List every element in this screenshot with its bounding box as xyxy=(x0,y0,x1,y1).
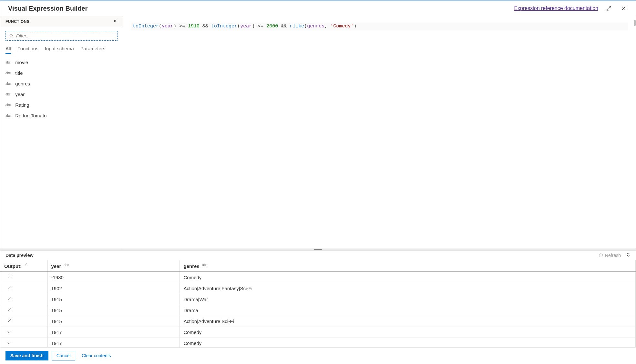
output-cell xyxy=(0,316,47,327)
genres-cell: Comedy xyxy=(180,272,636,283)
table-row: -1980Comedy xyxy=(0,272,636,283)
tab-parameters[interactable]: Parameters xyxy=(80,44,106,54)
x-icon xyxy=(7,297,12,302)
x-icon xyxy=(7,308,12,313)
function-item-label: Rating xyxy=(15,102,29,108)
year-cell: 1915 xyxy=(47,316,180,327)
function-item-label: Rotton Tomato xyxy=(15,113,46,118)
data-preview-panel: Data preview Refresh Output: xyxy=(0,251,636,347)
function-item-label: year xyxy=(15,92,25,97)
close-icon[interactable] xyxy=(620,4,628,13)
output-cell xyxy=(0,338,47,348)
clear-output-icon[interactable] xyxy=(23,263,27,269)
data-preview-title: Data preview xyxy=(5,253,33,258)
year-cell: -1980 xyxy=(47,272,180,283)
cancel-button[interactable]: Cancel xyxy=(52,351,76,360)
functions-tabs: AllFunctionsInput schemaParameters xyxy=(0,44,123,54)
col-genres[interactable]: genres abc xyxy=(180,260,636,272)
type-badge: abc xyxy=(5,103,11,107)
genres-cell: Action|Adventure|Sci-Fi xyxy=(180,316,636,327)
tab-functions[interactable]: Functions xyxy=(17,44,38,54)
collapse-panel-icon[interactable] xyxy=(113,19,118,24)
dialog-title: Visual Expression Builder xyxy=(8,5,87,12)
genres-cell: Drama|War xyxy=(180,294,636,305)
svg-point-0 xyxy=(10,34,12,37)
function-item-label: title xyxy=(15,70,23,76)
type-badge: abc xyxy=(5,93,11,96)
function-item[interactable]: abctitle xyxy=(0,68,123,78)
output-cell xyxy=(0,272,47,283)
function-item[interactable]: abcyear xyxy=(0,89,123,100)
x-icon xyxy=(7,275,12,280)
search-icon xyxy=(9,34,14,38)
function-item[interactable]: abcgenres xyxy=(0,78,123,89)
output-cell xyxy=(0,327,47,338)
filter-box[interactable] xyxy=(5,31,118,41)
table-row: 1917Comedy xyxy=(0,327,636,338)
col-output[interactable]: Output: xyxy=(0,260,47,272)
collapse-preview-icon[interactable] xyxy=(626,252,631,258)
refresh-icon xyxy=(599,253,603,258)
documentation-link[interactable]: Expression reference documentation xyxy=(514,5,598,11)
type-badge: abc xyxy=(5,71,11,75)
genres-cell: Drama xyxy=(180,305,636,316)
save-button[interactable]: Save and finish xyxy=(5,351,48,360)
function-item-label: movie xyxy=(15,60,28,65)
functions-panel-title: FUNCTIONS xyxy=(5,19,30,24)
function-item[interactable]: abcRating xyxy=(0,100,123,110)
genres-cell: Comedy xyxy=(180,338,636,348)
table-row: 1915Drama xyxy=(0,305,636,316)
dialog-header: Visual Expression Builder Expression ref… xyxy=(0,1,636,16)
year-cell: 1915 xyxy=(47,294,180,305)
refresh-button[interactable]: Refresh xyxy=(599,253,621,258)
function-item[interactable]: abcmovie xyxy=(0,57,123,68)
output-cell xyxy=(0,283,47,294)
check-icon xyxy=(7,341,12,346)
clear-contents-link[interactable]: Clear contents xyxy=(82,353,111,358)
x-icon xyxy=(7,286,12,291)
table-row: 1902Action|Adventure|Fantasy|Sci-Fi xyxy=(0,283,636,294)
year-cell: 1917 xyxy=(47,327,180,338)
editor-scrollbar-thumb[interactable] xyxy=(634,20,636,26)
year-cell: 1917 xyxy=(47,338,180,348)
type-badge: abc xyxy=(5,114,11,117)
x-icon xyxy=(7,319,12,324)
tab-all[interactable]: All xyxy=(5,44,11,54)
genres-cell: Comedy xyxy=(180,327,636,338)
functions-list: abcmovieabctitleabcgenresabcyearabcRatin… xyxy=(0,54,123,249)
expression-code[interactable]: toInteger(year) >= 1910 && toInteger(yea… xyxy=(131,23,628,30)
dialog-footer: Save and finish Cancel Clear contents xyxy=(0,347,636,364)
type-badge: abc xyxy=(5,61,11,64)
preview-table: Output: year abc genres abc -1980Com xyxy=(0,260,636,347)
filter-input[interactable] xyxy=(16,33,114,38)
output-cell xyxy=(0,294,47,305)
col-year[interactable]: year abc xyxy=(47,260,180,272)
year-cell: 1902 xyxy=(47,283,180,294)
functions-panel: FUNCTIONS AllFunctionsInput schemaParame… xyxy=(0,16,123,249)
table-row: 1915Action|Adventure|Sci-Fi xyxy=(0,316,636,327)
genres-cell: Action|Adventure|Fantasy|Sci-Fi xyxy=(180,283,636,294)
expand-icon[interactable] xyxy=(605,4,613,13)
function-item[interactable]: abcRotton Tomato xyxy=(0,110,123,121)
output-cell xyxy=(0,305,47,316)
type-badge: abc xyxy=(5,82,11,85)
year-cell: 1915 xyxy=(47,305,180,316)
refresh-label: Refresh xyxy=(605,253,621,258)
function-item-label: genres xyxy=(15,81,30,86)
tab-input-schema[interactable]: Input schema xyxy=(45,44,74,54)
table-row: 1917Comedy xyxy=(0,338,636,348)
expression-editor[interactable]: toInteger(year) >= 1910 && toInteger(yea… xyxy=(123,16,636,249)
check-icon xyxy=(7,330,12,335)
table-row: 1915Drama|War xyxy=(0,294,636,305)
